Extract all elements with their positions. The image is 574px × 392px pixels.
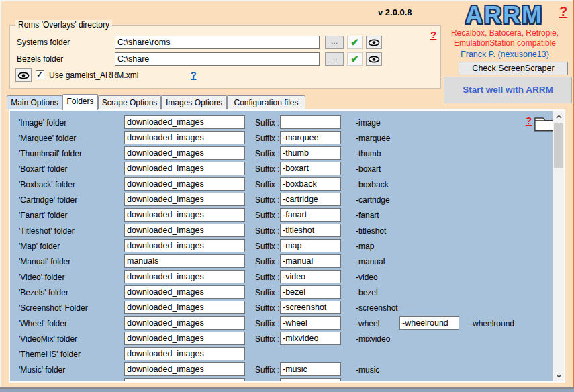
folder-path-input[interactable] <box>124 254 245 268</box>
tab-scrape-options[interactable]: Scrape Options <box>98 95 161 109</box>
use-gamelist-checkbox[interactable] <box>36 70 44 79</box>
suffix-input[interactable] <box>280 316 341 330</box>
folder-path-input[interactable] <box>124 239 245 252</box>
folder-row-label: 'Video' folder <box>19 273 64 282</box>
suffix-input[interactable] <box>280 239 341 252</box>
bezels-browse-button[interactable]: ... <box>325 52 344 66</box>
suffix-label: Suffix : <box>255 134 279 143</box>
bezels-folder-input[interactable] <box>115 52 320 66</box>
folder-path-input[interactable] <box>124 347 245 360</box>
suffix-input[interactable] <box>280 146 341 160</box>
folder-row-label: 'VideoMix' folder <box>19 334 77 344</box>
scrollbar-down-arrow-icon[interactable] <box>553 370 564 381</box>
folder-row: 'Boxart' folder Suffix : -boxart <box>10 162 564 177</box>
folder-row-label: 'Image' folder <box>19 118 66 128</box>
suffix-name-label: -boxart <box>356 164 381 174</box>
wheelround-suffix-input[interactable] <box>399 316 459 330</box>
suffix-input[interactable] <box>280 131 341 144</box>
folder-path-input[interactable] <box>124 208 245 222</box>
suffix-name-label: -wheel <box>356 319 379 328</box>
suffix-label: Suffix : <box>255 226 279 236</box>
suffix-input[interactable] <box>280 224 341 237</box>
systems-browse-button[interactable]: ... <box>325 36 344 49</box>
tab-main-options[interactable]: Main Options <box>7 95 62 109</box>
folder-path-input[interactable] <box>124 301 245 314</box>
folder-path-input[interactable] <box>124 146 245 160</box>
suffix-input[interactable] <box>280 285 341 299</box>
scrollbar-thumb[interactable] <box>554 123 563 168</box>
suffix-name-label: -map <box>356 242 374 251</box>
suffix-name-label: -cartridge <box>356 195 390 205</box>
eye-icon-gamelist[interactable] <box>15 68 32 82</box>
folder-row: 'Cartridge' folder Suffix : -cartridge <box>10 193 564 208</box>
roms-overlays-groupbox: Roms 'Overlays' directory Systems folder… <box>9 25 441 89</box>
folder-row-label: 'Boxback' folder <box>19 180 75 189</box>
suffix-name-label: -bezel <box>356 288 378 297</box>
tab-images-options[interactable]: Images Options <box>161 95 227 109</box>
folder-row: 'Screenshot' Folder Suffix : -screenshot <box>10 301 564 316</box>
version-label: v 2.0.0.8 <box>378 7 412 17</box>
folder-row: 'VideoMix' folder Suffix : -mixvideo <box>10 332 564 347</box>
folder-row: 'Titleshot' folder Suffix : -titleshot <box>10 224 564 239</box>
folder-path-input[interactable] <box>124 332 245 345</box>
folder-path-input[interactable] <box>124 224 245 237</box>
use-gamelist-row: Use gamelist_ARRM.xml ? <box>10 68 440 83</box>
suffix-name-label: -music <box>356 365 379 375</box>
author-link-wrap: Franck P. (nexusone13) <box>440 50 569 59</box>
suffix-input[interactable] <box>280 177 341 191</box>
suffix-input[interactable] <box>280 254 341 268</box>
systems-folder-input[interactable] <box>115 36 320 49</box>
eye-icon-systems[interactable] <box>366 36 382 49</box>
folders-tab-page: ? 'Image' folder Suffix : -image 'Marque… <box>9 109 565 383</box>
suffix-label: Suffix : <box>255 273 279 282</box>
folder-row: Suffix : <box>10 378 564 383</box>
tab-folders[interactable]: Folders <box>62 94 98 110</box>
folder-path-input[interactable] <box>124 378 245 383</box>
roms-group-help-link[interactable]: ? <box>430 29 436 40</box>
bezels-folder-row: Bezels folder ... ✔ <box>10 52 440 66</box>
check-screenscraper-button[interactable]: Check ScreenScraper <box>459 62 568 75</box>
folder-path-input[interactable] <box>124 131 245 144</box>
folder-row: 'Bezels' folder Suffix : -bezel <box>10 285 564 301</box>
suffix-input[interactable] <box>280 193 341 206</box>
systems-folder-label: Systems folder <box>17 38 70 47</box>
suffix-input[interactable] <box>280 378 341 383</box>
suffix-name-label: -image <box>356 118 381 128</box>
folder-path-input[interactable] <box>124 362 245 376</box>
suffix-input[interactable] <box>280 301 341 314</box>
vertical-scrollbar[interactable] <box>553 111 564 381</box>
scrollbar-up-arrow-icon[interactable] <box>553 111 564 122</box>
window-border-top <box>0 0 574 1</box>
suffix-label: Suffix : <box>255 334 279 344</box>
gamelist-help-link[interactable]: ? <box>191 70 197 81</box>
folder-row-label: 'Manual' folder <box>19 257 70 266</box>
roms-groupbox-title: Roms 'Overlays' directory <box>15 20 112 30</box>
folders-help-link[interactable]: ? <box>526 115 532 126</box>
suffix-name-label: -video <box>356 273 378 282</box>
suffix-input[interactable] <box>280 115 341 129</box>
suffix-input[interactable] <box>280 208 341 222</box>
folder-row-label: 'Screenshot' Folder <box>19 303 88 313</box>
folder-path-input[interactable] <box>124 115 245 129</box>
folder-path-input[interactable] <box>124 193 245 206</box>
start-with-arrm-button[interactable]: Start well with ARRM <box>444 77 572 103</box>
folder-row: 'Map' folder Suffix : -map <box>10 239 564 254</box>
eye-icon-bezels[interactable] <box>366 52 382 66</box>
folder-path-input[interactable] <box>124 316 245 330</box>
suffix-input[interactable] <box>280 162 341 175</box>
suffix-label: Suffix : <box>255 211 279 220</box>
suffix-input[interactable] <box>280 332 341 345</box>
folder-path-input[interactable] <box>124 162 245 175</box>
folder-path-input[interactable] <box>124 270 245 283</box>
compatibility-line2: EmulationStation compatible <box>440 38 569 48</box>
tab-configuration-files[interactable]: Configuration files <box>227 95 305 109</box>
suffix-label: Suffix : <box>255 288 279 297</box>
folder-row: 'Marquee' folder Suffix : -marquee <box>10 131 564 146</box>
folder-path-input[interactable] <box>124 177 245 191</box>
help-question-link-top[interactable]: ? <box>559 4 567 19</box>
suffix-input[interactable] <box>280 270 341 283</box>
compatibility-line1: Recalbox, Batocera, Retropie, <box>440 28 569 38</box>
author-link[interactable]: Franck P. (nexusone13) <box>461 50 549 59</box>
suffix-input[interactable] <box>280 362 341 376</box>
folder-path-input[interactable] <box>124 285 245 299</box>
